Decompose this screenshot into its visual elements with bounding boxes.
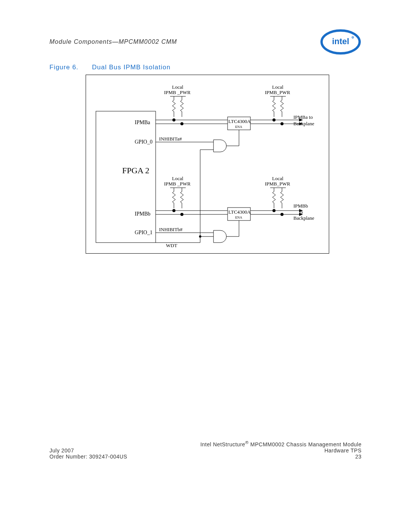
footer-date: July 2007	[49, 447, 74, 454]
label-ipmbb: IPMBb	[135, 211, 150, 217]
label-gpio0: GPIO_0	[135, 139, 153, 145]
label-ipmba-backplane-1: IPMBa to	[293, 114, 313, 120]
footer-product-suffix: MPCMM0002 Chassis Management Module	[249, 441, 362, 447]
footer-doc: Hardware TPS	[324, 447, 362, 454]
svg-text:intel: intel	[332, 37, 349, 46]
svg-text:R: R	[352, 37, 354, 39]
label-local-pwr-a-right-2: IPMB_PWR	[265, 89, 290, 96]
label-ipmbb-backplane-1: IPMBb	[293, 203, 308, 209]
figure-title: Dual Bus IPMB Isolation	[92, 64, 170, 71]
label-local-pwr-b-right-2: IPMB_PWR	[265, 181, 290, 187]
label-ena-bot: ENA	[235, 216, 242, 219]
label-ipmba-backplane-2: Backplane	[293, 121, 314, 127]
label-ltc4300a-bot: LTC4300A	[228, 209, 251, 215]
label-fpga: FPGA 2	[122, 166, 150, 176]
label-ipmbb-backplane-2: to	[299, 209, 303, 215]
footer-page: 23	[355, 454, 362, 460]
label-local-pwr-b-left-2: IPMB _PWR	[164, 181, 191, 187]
page-header: Module Components—MPCMM0002 CMM	[49, 38, 177, 45]
label-ltc4300a-top: LTC4300A	[228, 118, 251, 125]
footer-product: Intel NetStructure	[200, 441, 245, 447]
label-inhibitb: INHIBITb#	[159, 227, 182, 233]
label-ipmba: IPMBa	[135, 120, 150, 126]
label-ena-top: ENA	[235, 125, 242, 129]
label-ipmbb-backplane-3: Backplane	[293, 215, 314, 221]
figure-number: Figure 6.	[49, 64, 78, 71]
svg-rect-5	[96, 111, 156, 243]
figure-caption: Figure 6. Dual Bus IPMB Isolation	[49, 64, 170, 71]
page-footer: Intel NetStructure® MPCMM0002 Chassis Ma…	[49, 440, 362, 460]
footer-order: Order Number: 309247-004US	[49, 454, 127, 460]
label-local-pwr-a-left-2: IPMB _PWR	[164, 89, 191, 96]
diagram-dual-bus-ipmb-isolation: FPGA 2 IPMBa GPIO_0 IPMBb GPIO_1 INHIBIT…	[86, 75, 329, 254]
label-wdt: WDT	[166, 243, 177, 249]
label-inhibita: INHIBITa#	[159, 136, 182, 142]
label-gpio1: GPIO_1	[135, 230, 153, 236]
intel-logo: intel R	[320, 28, 362, 56]
